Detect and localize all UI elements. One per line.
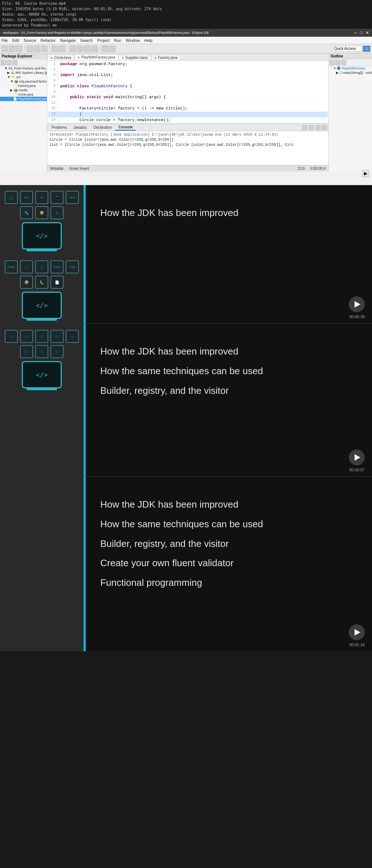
thumb-icon-mobile: 📱	[50, 191, 64, 204]
tree-item-factory[interactable]: 📄 Factory.java	[0, 84, 47, 88]
quick-access-input[interactable]	[333, 46, 362, 52]
toolbar-btn-4[interactable]	[27, 45, 33, 52]
menu-edit[interactable]: Edit	[12, 38, 19, 43]
toolbar-btn-perspective[interactable]: J	[363, 45, 371, 52]
menu-window[interactable]: Window	[126, 38, 140, 43]
menu-run[interactable]: Run	[114, 38, 121, 43]
toolbar-btn-12[interactable]	[91, 45, 98, 52]
play-button-3[interactable]	[349, 624, 365, 640]
menu-help[interactable]: Help	[144, 38, 153, 43]
tab-console[interactable]: Console	[116, 124, 136, 131]
thumb-icon-g1: □	[5, 330, 18, 343]
toolbar-separator-2	[49, 46, 50, 52]
status-writable: Writable	[50, 167, 64, 171]
tree-item-circle[interactable]: 📄 Circle.java	[0, 92, 47, 97]
pkg-toolbar-btn3[interactable]	[12, 60, 17, 65]
outline-btn2[interactable]	[335, 60, 340, 65]
thumb-laptop-3: </>	[22, 361, 62, 388]
timestamp-1: 00:00:39	[349, 315, 365, 319]
console-btn2[interactable]	[309, 125, 314, 130]
menu-search[interactable]: Search	[80, 38, 93, 43]
toolbar-btn-11[interactable]	[84, 45, 90, 52]
tree-item-jre[interactable]: ▶ 🗂 JRE System Library [jdk-11]	[0, 71, 47, 75]
eclipse-window-controls[interactable]: ─ □ ✕	[354, 30, 369, 35]
console-line2: list = [Circle [color=java.awt.Color[r=2…	[49, 143, 326, 148]
thumb-icons-row-3: □ □ □ □ □ □ □ □	[4, 330, 80, 358]
toolbar-btn-9[interactable]	[69, 45, 76, 52]
outline-btn3[interactable]	[341, 60, 346, 65]
page-body: [ ] </> ✂ 📱 JPG 🔧 📦 ↖ </> HTML □ □ CSS E…	[0, 185, 372, 651]
thumb-icon-jpg: JPG	[66, 191, 79, 204]
package-explorer-panel: Package Explorer ▼ 03_From-Factory-and-R…	[0, 53, 47, 172]
eclipse-title-bar: workspace - 03_From-Factory-and-Registry…	[0, 29, 372, 37]
toolbar-btn-7[interactable]	[52, 45, 58, 52]
pkg-toolbar-btn2[interactable]	[7, 60, 12, 65]
outline-class[interactable]: ▼ 🅒 PlayWithFactory	[329, 66, 372, 71]
package-explorer-tab[interactable]: Package Explorer	[0, 53, 47, 59]
timestamp-3: 00:01:18	[349, 643, 365, 647]
thumb-icon-css: CSS	[50, 260, 64, 273]
editor-panel: ● CircleJava ● PlayWithFactory.java ● Su…	[47, 53, 328, 172]
outline-panel: Outline ▼ 🅒 PlayWithFactory ▶ ⬡ main(Str…	[328, 53, 372, 172]
play-button-2[interactable]	[349, 449, 365, 465]
thumb-icon-g7: □	[35, 345, 48, 358]
tab-problems[interactable]: Problems	[49, 125, 70, 130]
file-info-bar: File: 00. Course Overview.mp4 Size: 3345…	[0, 0, 372, 29]
menu-navigate[interactable]: Navigate	[60, 38, 76, 43]
tree-item-root[interactable]: ▼ 03_From-Factory-and-Re...	[0, 66, 47, 71]
console-btn1[interactable]	[302, 125, 307, 130]
thumb-icon-box3: □	[35, 260, 48, 273]
toolbar-btn-13[interactable]	[102, 45, 108, 52]
tab-factory[interactable]: ● Factory.java	[151, 55, 181, 60]
play-button-1[interactable]	[349, 296, 365, 312]
tab-playwithfactory[interactable]: ● PlayWithFactory.java	[74, 54, 118, 60]
content-item-3-4: Create your own fluent validator	[100, 557, 357, 569]
outline-btn1[interactable]	[329, 60, 335, 65]
toolbar-btn-10[interactable]	[77, 45, 83, 52]
toolbar-btn-3[interactable]	[16, 45, 23, 52]
file-info-line5: Generated by Thumbnail me	[2, 23, 370, 28]
tree-item-src[interactable]: ▼ 📁 src	[0, 75, 47, 79]
menu-source[interactable]: Source	[24, 38, 36, 43]
tab-circle-java[interactable]: ● CircleJava	[47, 55, 74, 60]
toolbar-btn-6[interactable]	[41, 45, 48, 52]
tab-supplier[interactable]: ● Supplier.class	[118, 55, 151, 60]
tree-item-model[interactable]: ▶ 📦 model	[0, 88, 47, 92]
menu-refactor[interactable]: Refactor	[41, 38, 56, 43]
thumb-block-3: □ □ □ □ □ □ □ □ </>	[4, 330, 80, 388]
tree-item-playwithfactory[interactable]: 📄 PlayWithFactory.java	[0, 97, 47, 101]
thumb-icon-bracket: [ ]	[5, 191, 18, 204]
outline-tab[interactable]: Outline	[329, 53, 372, 59]
eclipse-title-text: workspace - 03_From-Factory-and-Registry…	[3, 31, 209, 35]
tab-declaration[interactable]: Declaration	[91, 125, 115, 130]
minimize-icon[interactable]: ─	[354, 30, 357, 35]
code-editor[interactable]: 1package org.paumard.factory; 2 3import …	[47, 61, 328, 123]
maximize-icon[interactable]: □	[360, 30, 363, 35]
thumb-icon-bug: 🐛	[35, 276, 48, 289]
outline-method[interactable]: ▶ ⬡ main(String[]) : void	[329, 71, 372, 75]
toolbar-btn-8[interactable]	[59, 45, 65, 52]
tree-item-pkg[interactable]: ▼ 📦 org.paumard.factory	[0, 79, 47, 84]
thumb-icon-g8: □	[50, 345, 64, 358]
close-icon[interactable]: ✕	[365, 30, 369, 35]
content-item-3-2: How the same techniques can be used	[100, 518, 357, 531]
toolbar-btn-1[interactable]	[1, 45, 8, 52]
play-icon-2	[355, 454, 360, 461]
left-thumbnail-column: [ ] </> ✂ 📱 JPG 🔧 📦 ↖ </> HTML □ □ CSS E…	[0, 185, 84, 651]
tab-javadoc[interactable]: Javadoc	[70, 125, 90, 130]
timestamp-2: 00:00:57	[349, 468, 365, 472]
content-item-3-3: Builder, registry, and the visitor	[100, 538, 357, 550]
console-btn4[interactable]	[322, 125, 327, 130]
thumb-icon-exe: EXE	[66, 260, 79, 273]
menu-file[interactable]: File	[1, 38, 8, 43]
toolbar-btn-2[interactable]	[9, 45, 15, 52]
pkg-toolbar-btn[interactable]	[1, 60, 6, 65]
content-item-2-3: Builder, registry, and the visitor	[100, 385, 357, 397]
toolbar-btn-5[interactable]	[34, 45, 40, 52]
toolbar-btn-14[interactable]	[109, 45, 116, 52]
thumb-icon-wrench: 🔧	[20, 206, 33, 219]
eclipse-status-bar: Writable Smart Insert 13:9 0:00:00:4	[47, 165, 328, 172]
console-btn3[interactable]	[315, 125, 320, 130]
thumb-icon-g5: □	[66, 330, 79, 343]
menu-project[interactable]: Project	[97, 38, 109, 43]
